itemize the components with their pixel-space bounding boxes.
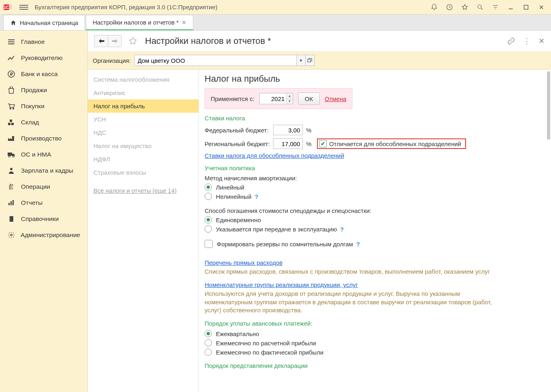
workwear-transfer-option[interactable]: Указывается при передаче в эксплуатацию …	[205, 225, 545, 233]
nav-label: Продажи	[21, 87, 47, 94]
direct-expenses-link[interactable]: Перечень прямых расходов	[205, 259, 283, 266]
radio-icon[interactable]	[205, 225, 212, 233]
minimize-icon[interactable]	[507, 3, 515, 11]
bag-icon	[7, 86, 15, 94]
direct-expenses-desc: Список прямых расходов, связанных с прои…	[205, 268, 503, 276]
scrollbar-thumb[interactable]	[547, 71, 550, 140]
federal-rate-input[interactable]	[273, 125, 303, 135]
cancel-link[interactable]: Отмена	[325, 95, 346, 102]
org-open-button[interactable]	[306, 55, 315, 66]
subnav-usn[interactable]: УСН	[88, 113, 199, 126]
radio-icon[interactable]	[205, 349, 212, 356]
search-icon[interactable]	[476, 3, 484, 11]
form-close-icon[interactable]: ✕	[539, 37, 545, 45]
subnav-tax-system[interactable]: Система налогообложения	[88, 73, 199, 86]
bell-icon[interactable]	[430, 3, 438, 11]
tab-close-icon[interactable]: ✕	[182, 19, 186, 26]
person-icon	[7, 167, 15, 175]
favorite-icon[interactable]	[128, 36, 138, 46]
subnav-insurance[interactable]: Страховые взносы	[88, 166, 199, 179]
ok-button[interactable]: ОК	[298, 93, 320, 105]
radio-icon[interactable]	[205, 330, 212, 337]
tab-settings[interactable]: Настройки налогов и отчетов * ✕	[86, 15, 193, 30]
radio-icon[interactable]	[205, 193, 212, 200]
help-icon[interactable]: ?	[255, 193, 258, 200]
org-dropdown-button[interactable]: ▾	[297, 55, 306, 66]
amort-nonlinear-option[interactable]: Нелинейный ?	[205, 193, 545, 200]
amort-linear-option[interactable]: Линейный	[205, 184, 545, 191]
svg-point-3	[478, 5, 481, 8]
radio-icon[interactable]	[205, 339, 212, 347]
nav-label: Отчеты	[21, 199, 43, 206]
advance-quarterly-option[interactable]: Ежеквартально	[205, 330, 545, 337]
help-icon[interactable]: ?	[340, 226, 344, 233]
svg-rect-18	[9, 216, 10, 222]
radio-label: Ежемесячно по фактической прибыли	[216, 349, 323, 356]
subnav-ndfl[interactable]: НДФЛ	[88, 153, 199, 166]
nav-forward-button[interactable]	[108, 35, 122, 47]
subdivision-rates-link[interactable]: Ставки налога для обособленных подраздел…	[205, 152, 344, 159]
nav-sales[interactable]: Продажи	[0, 82, 87, 98]
maximize-icon[interactable]	[522, 3, 530, 11]
main-menu-icon[interactable]	[19, 5, 28, 10]
close-icon[interactable]	[537, 3, 545, 11]
advance-monthly-calc-option[interactable]: Ежемесячно по расчетной прибыли	[205, 339, 545, 347]
radio-icon[interactable]	[205, 184, 212, 191]
nav-main[interactable]: Главное	[0, 34, 87, 50]
radio-icon[interactable]	[205, 216, 212, 223]
filter-icon[interactable]	[491, 3, 499, 11]
nav-bank[interactable]: ₽ Банк и касса	[0, 66, 87, 82]
nav-assets[interactable]: ОС и НМА	[0, 146, 87, 163]
radio-label: Единовременно	[216, 217, 261, 223]
svg-point-7	[10, 108, 11, 109]
nav-catalogs[interactable]: Справочники	[0, 211, 87, 227]
subnav-vat[interactable]: НДС	[88, 126, 199, 139]
tax-category-nav: Система налогообложения Антикризис Налог…	[88, 70, 199, 392]
svg-rect-16	[10, 201, 12, 205]
nav-manager[interactable]: Руководителю	[0, 50, 87, 66]
subnav-profit-tax[interactable]: Налог на прибыль	[88, 99, 199, 113]
history-icon[interactable]	[445, 3, 454, 11]
workwear-once-option[interactable]: Единовременно	[205, 216, 545, 223]
nav-back-button[interactable]	[94, 35, 108, 47]
nav-label: Склад	[21, 119, 39, 126]
year-up-button[interactable]: ▲	[286, 93, 293, 99]
regional-rate-input[interactable]	[273, 138, 303, 149]
nav-warehouse[interactable]: Склад	[0, 114, 87, 130]
svg-point-19	[10, 234, 12, 236]
tab-home-label: Начальная страница	[20, 19, 78, 26]
profit-tax-form: Налог на прибыль Применяется с: ▲ ▼ ОК О…	[199, 70, 551, 392]
nav-production[interactable]: Производство	[0, 130, 87, 146]
year-down-button[interactable]: ▼	[286, 99, 293, 104]
svg-rect-10	[11, 123, 14, 125]
form-header: Настройки налогов и отчетов * ⋮ ✕	[88, 31, 551, 52]
nav-label: Зарплата и кадры	[21, 167, 73, 174]
ruble-icon: ₽	[7, 70, 15, 78]
subnav-anticrisis[interactable]: Антикризис	[88, 86, 199, 99]
help-icon[interactable]: ?	[356, 241, 360, 248]
nav-admin[interactable]: Администрирование	[0, 227, 87, 243]
nomen-groups-link[interactable]: Номенклатурные группы реализации продукц…	[205, 281, 358, 288]
percent-sign: %	[306, 140, 311, 147]
svg-rect-11	[10, 120, 12, 122]
tab-home[interactable]: Начальная страница	[3, 15, 85, 30]
differs-label: Отличается для обособленных подразделени…	[329, 140, 461, 147]
cart-icon	[7, 102, 15, 110]
star-icon[interactable]	[461, 3, 469, 11]
nav-operations[interactable]: ДтКт Операции	[0, 179, 87, 195]
applies-label: Применяется с:	[211, 95, 255, 102]
nav-hr[interactable]: Зарплата и кадры	[0, 163, 87, 179]
subnav-all-link[interactable]: Все налоги и отчеты (еще 14)	[88, 184, 199, 197]
svg-rect-20	[308, 59, 311, 62]
policy-title: Учетная политика	[205, 165, 545, 171]
link-icon[interactable]	[507, 37, 515, 45]
nav-purchases[interactable]: Покупки	[0, 98, 87, 114]
reserve-checkbox[interactable]	[205, 240, 213, 248]
advance-monthly-fact-option[interactable]: Ежемесячно по фактической прибыли	[205, 349, 545, 356]
more-icon[interactable]: ⋮	[523, 37, 530, 45]
nav-reports[interactable]: Отчеты	[0, 195, 87, 211]
organization-input[interactable]	[134, 55, 297, 66]
svg-point-14	[10, 168, 12, 170]
differs-checkbox[interactable]	[319, 140, 327, 147]
subnav-property-tax[interactable]: Налог на имущество	[88, 139, 199, 153]
